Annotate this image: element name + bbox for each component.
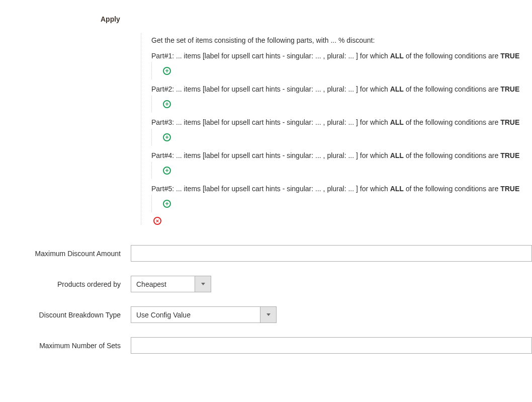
part-row: Part#1: ... items [label for upsell cart… [151,51,522,79]
ordered-by-select[interactable] [131,276,211,292]
plural-label-link[interactable]: ... [348,118,354,126]
value-link[interactable]: TRUE [500,85,519,93]
items-count-link[interactable]: ... [176,118,182,126]
value-link[interactable]: TRUE [500,118,519,126]
plural-label-link[interactable]: ... [348,185,354,193]
aggregator-link[interactable]: ALL [390,118,404,126]
plus-icon[interactable]: + [163,67,171,75]
max-sets-label: Maximum Number of Sets [0,342,131,350]
part-label: Part#2: [151,85,176,93]
apply-section: Apply Get the set of items consisting of… [0,15,532,354]
singular-label-link[interactable]: ... [315,118,321,126]
breakdown-row: Discount Breakdown Type [0,306,532,323]
max-discount-input[interactable] [131,245,532,262]
breakdown-label: Discount Breakdown Type [0,311,131,319]
items-count-link[interactable]: ... [176,85,182,93]
plus-icon[interactable]: + [163,167,171,175]
aggregator-link[interactable]: ALL [390,52,404,60]
part-label: Part#4: [151,151,176,159]
max-discount-row: Maximum Discount Amount [0,245,532,262]
sub-conditions: + [151,162,522,179]
plural-label-link[interactable]: ... [348,151,354,159]
plus-icon[interactable]: + [163,133,171,141]
items-count-link[interactable]: ... [176,52,182,60]
discount-percent-link[interactable]: ... [330,36,336,44]
singular-label-link[interactable]: ... [315,185,321,193]
singular-label-link[interactable]: ... [315,52,321,60]
intro-suffix: % discount: [336,36,375,44]
max-discount-label: Maximum Discount Amount [0,250,131,258]
part-label: Part#5: [151,185,176,193]
aggregator-link[interactable]: ALL [390,151,404,159]
part-label: Part#1: [151,52,176,60]
conditions-intro: Get the set of items consisting of the f… [151,35,522,46]
value-link[interactable]: TRUE [500,151,519,159]
value-link[interactable]: TRUE [500,185,519,193]
remove-row: × [151,212,522,225]
part-label: Part#3: [151,118,176,126]
plus-icon[interactable]: + [163,200,171,208]
part-row: Part#3: ... items [label for upsell cart… [151,117,522,145]
part-row: Part#4: ... items [label for upsell cart… [151,150,522,179]
sub-conditions: + [151,96,522,112]
intro-prefix: Get the set of items consisting of the f… [151,36,330,44]
plural-label-link[interactable]: ... [348,52,354,60]
breakdown-select[interactable] [131,306,277,323]
sub-conditions: + [151,195,522,212]
aggregator-link[interactable]: ALL [390,185,404,193]
singular-label-link[interactable]: ... [315,85,321,93]
items-count-link[interactable]: ... [176,151,182,159]
part-row: Part#2: ... items [label for upsell cart… [151,84,522,112]
sub-conditions: + [151,62,522,79]
remove-icon[interactable]: × [153,217,161,225]
singular-label-link[interactable]: ... [315,151,321,159]
sub-conditions: + [151,129,522,145]
ordered-by-label: Products ordered by [0,280,131,288]
part-row: Part#5: ... items [label for upsell cart… [151,184,522,212]
section-title: Apply [101,15,532,23]
aggregator-link[interactable]: ALL [390,85,404,93]
max-sets-row: Maximum Number of Sets [0,337,532,354]
plus-icon[interactable]: + [163,100,171,108]
items-count-link[interactable]: ... [176,185,182,193]
conditions-tree: Get the set of items consisting of the f… [141,33,522,225]
plural-label-link[interactable]: ... [348,85,354,93]
max-sets-input[interactable] [131,337,532,354]
ordered-by-row: Products ordered by [0,276,532,292]
value-link[interactable]: TRUE [500,52,519,60]
